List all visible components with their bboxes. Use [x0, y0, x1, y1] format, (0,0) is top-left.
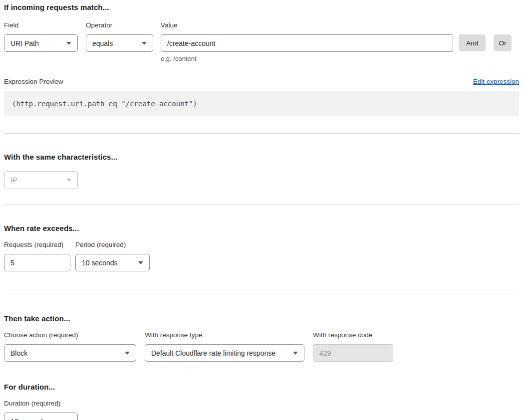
response-code-input: [313, 344, 393, 362]
chevron-down-icon: [125, 352, 130, 355]
edit-expression-link[interactable]: Edit expression: [473, 78, 519, 85]
characteristic-dropdown-value: IP: [10, 176, 17, 184]
requests-input[interactable]: [4, 254, 70, 271]
response-type-dropdown[interactable]: Default Cloudflare rate limiting respons…: [145, 344, 304, 362]
choose-action-label: Choose action (required): [4, 331, 136, 339]
period-dropdown[interactable]: 10 seconds: [75, 254, 150, 271]
expression-code-text: (http.request.uri.path eq "/create-accou…: [12, 100, 197, 108]
action-dropdown[interactable]: Block: [4, 344, 136, 362]
and-button[interactable]: And: [459, 34, 486, 51]
chevron-down-icon: [66, 179, 71, 182]
field-label: Field: [4, 21, 78, 29]
section-divider: [4, 205, 519, 205]
response-type-dropdown-value: Default Cloudflare rate limiting respons…: [151, 349, 275, 357]
chevron-down-icon: [142, 42, 147, 45]
duration-dropdown-value: 10 seconds: [10, 418, 46, 420]
rate-section-heading: When rate exceeds...: [4, 224, 519, 232]
value-label: Value: [161, 21, 453, 29]
characteristic-dropdown[interactable]: IP: [4, 171, 78, 189]
expression-preview-code: (http.request.uri.path eq "/create-accou…: [4, 91, 519, 116]
match-section-heading: If incoming requests match...: [4, 3, 519, 11]
chevron-down-icon: [66, 42, 71, 45]
operator-dropdown-value: equals: [92, 39, 113, 47]
or-button[interactable]: Or: [494, 34, 512, 51]
field-dropdown[interactable]: URI Path: [4, 34, 78, 52]
match-builder-row: Field URI Path Operator equals Value e.g…: [4, 21, 519, 62]
duration-section-heading: For duration...: [4, 383, 519, 391]
value-hint: e.g. /content: [161, 55, 453, 62]
rate-limiting-rule-form: If incoming requests match... Field URI …: [0, 0, 523, 420]
section-divider: [4, 294, 519, 294]
duration-row: Duration (required) 10 seconds: [4, 400, 519, 420]
requests-label: Requests (required): [4, 241, 70, 249]
or-button-col: Or: [486, 21, 512, 51]
period-label: Period (required): [75, 241, 150, 249]
and-button-col: And: [453, 21, 486, 51]
characteristics-section-heading: With the same characteristics...: [4, 153, 519, 161]
duration-label: Duration (required): [4, 400, 78, 408]
field-dropdown-value: URI Path: [10, 39, 39, 47]
section-divider: [4, 133, 519, 134]
expression-preview-header: Expression Preview Edit expression: [4, 78, 519, 85]
action-dropdown-value: Block: [10, 349, 27, 357]
period-dropdown-value: 10 seconds: [82, 259, 118, 267]
expression-preview-label: Expression Preview: [4, 78, 63, 85]
action-row: Choose action (required) Block With resp…: [4, 331, 519, 362]
rate-row: Requests (required) Period (required) 10…: [4, 241, 519, 271]
operator-dropdown[interactable]: equals: [86, 34, 153, 52]
chevron-down-icon: [138, 261, 143, 264]
response-type-label: With response type: [145, 331, 304, 339]
action-section-heading: Then take action...: [4, 314, 519, 323]
chevron-down-icon: [293, 352, 298, 355]
operator-label: Operator: [86, 21, 153, 29]
value-input[interactable]: [161, 34, 453, 52]
response-code-label: With response code: [313, 331, 393, 339]
duration-dropdown[interactable]: 10 seconds: [4, 413, 78, 420]
